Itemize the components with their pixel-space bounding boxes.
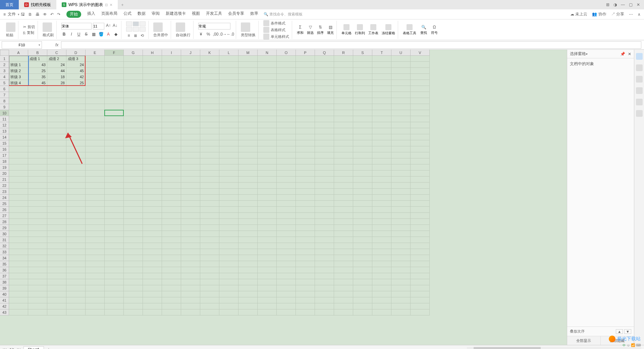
cell-D18[interactable] bbox=[66, 158, 86, 164]
cell-P40[interactable] bbox=[296, 291, 315, 297]
sheet-last-icon[interactable]: ⏭ bbox=[17, 347, 21, 349]
cell-L3[interactable] bbox=[219, 68, 238, 74]
cell-H8[interactable] bbox=[143, 98, 162, 104]
cell-L17[interactable] bbox=[219, 152, 238, 158]
cell-R37[interactable] bbox=[334, 273, 353, 279]
cell-O43[interactable] bbox=[277, 309, 296, 315]
cell-Q23[interactable] bbox=[315, 189, 334, 195]
row-header-6[interactable]: 6 bbox=[0, 86, 9, 92]
cell-Q14[interactable] bbox=[315, 134, 334, 140]
cell-H36[interactable] bbox=[143, 267, 162, 273]
cell-F5[interactable] bbox=[105, 80, 124, 86]
cell-P20[interactable] bbox=[296, 170, 315, 177]
hscroll-thumb[interactable] bbox=[474, 347, 541, 349]
cell-I38[interactable] bbox=[162, 279, 181, 285]
cell-J4[interactable] bbox=[181, 74, 200, 80]
cell-Q43[interactable] bbox=[315, 309, 334, 315]
cell-D27[interactable] bbox=[66, 213, 86, 219]
cell-E36[interactable] bbox=[86, 267, 105, 273]
cell-B2[interactable]: 43 bbox=[28, 62, 47, 68]
save-icon[interactable]: 🖫 bbox=[21, 12, 25, 17]
cell-U3[interactable] bbox=[391, 68, 411, 74]
cell-R42[interactable] bbox=[334, 303, 353, 309]
fill-color-button[interactable]: 🪣 bbox=[98, 32, 104, 37]
number-format-select[interactable] bbox=[198, 23, 230, 30]
cell-Q10[interactable] bbox=[315, 110, 334, 116]
cell-O13[interactable] bbox=[277, 128, 296, 134]
cell-T4[interactable] bbox=[372, 74, 391, 80]
cell-A36[interactable] bbox=[9, 267, 28, 273]
cell-B1[interactable]: 成绩 1 bbox=[28, 56, 47, 62]
cell-I14[interactable] bbox=[162, 134, 181, 140]
cell-G30[interactable] bbox=[124, 231, 143, 237]
cell-H18[interactable] bbox=[143, 158, 162, 164]
cell-D31[interactable] bbox=[66, 237, 86, 243]
cell-I23[interactable] bbox=[162, 189, 181, 195]
cell-Q15[interactable] bbox=[315, 140, 334, 146]
cell-U37[interactable] bbox=[391, 273, 411, 279]
cell-K36[interactable] bbox=[200, 267, 219, 273]
cell-L35[interactable] bbox=[219, 261, 238, 267]
cell-I12[interactable] bbox=[162, 122, 181, 128]
col-header-H[interactable]: H bbox=[143, 50, 162, 56]
cell-S20[interactable] bbox=[353, 170, 372, 177]
fill-icon[interactable]: ▤ bbox=[328, 24, 333, 30]
cell-I35[interactable] bbox=[162, 261, 181, 267]
cell-F4[interactable] bbox=[105, 74, 124, 80]
cell-R13[interactable] bbox=[334, 128, 353, 134]
cell-L1[interactable] bbox=[219, 56, 238, 62]
cell-D16[interactable] bbox=[66, 146, 86, 152]
percent-icon[interactable]: % bbox=[206, 32, 211, 37]
cell-J6[interactable] bbox=[181, 86, 200, 92]
cell-E31[interactable] bbox=[86, 237, 105, 243]
cell-D17[interactable] bbox=[66, 152, 86, 158]
cell-G34[interactable] bbox=[124, 255, 143, 261]
rail-property-icon[interactable] bbox=[636, 76, 643, 83]
row-header-10[interactable]: 10 bbox=[0, 110, 9, 116]
align-mid-left[interactable] bbox=[126, 27, 132, 32]
cell-P23[interactable] bbox=[296, 189, 315, 195]
cell-G26[interactable] bbox=[124, 207, 143, 213]
cell-G35[interactable] bbox=[124, 261, 143, 267]
cell-U28[interactable] bbox=[391, 219, 411, 225]
cell-G21[interactable] bbox=[124, 177, 143, 183]
cell-P28[interactable] bbox=[296, 219, 315, 225]
cell-H40[interactable] bbox=[143, 291, 162, 297]
cell-H29[interactable] bbox=[143, 225, 162, 231]
ribbon-tab-start[interactable]: 开始 bbox=[66, 11, 81, 18]
cell-O18[interactable] bbox=[277, 158, 296, 164]
cell-S8[interactable] bbox=[353, 98, 372, 104]
cell-I9[interactable] bbox=[162, 104, 181, 110]
tab-document[interactable]: S WPS 演示中的图表 ⊡ ✕ bbox=[56, 0, 118, 9]
cell-J27[interactable] bbox=[181, 213, 200, 219]
cell-N6[interactable] bbox=[258, 86, 277, 92]
cell-Q19[interactable] bbox=[315, 164, 334, 170]
cell-M14[interactable] bbox=[238, 134, 258, 140]
cell-A1[interactable] bbox=[9, 56, 28, 62]
cell-H15[interactable] bbox=[143, 140, 162, 146]
cell-I13[interactable] bbox=[162, 128, 181, 134]
row-header-32[interactable]: 32 bbox=[0, 243, 9, 249]
cell-S41[interactable] bbox=[353, 297, 372, 303]
cell-S30[interactable] bbox=[353, 231, 372, 237]
cell-G31[interactable] bbox=[124, 237, 143, 243]
cell-U38[interactable] bbox=[391, 279, 411, 285]
cell-C27[interactable] bbox=[47, 213, 66, 219]
col-header-C[interactable]: C bbox=[47, 50, 66, 56]
cell-O39[interactable] bbox=[277, 285, 296, 291]
cell-G39[interactable] bbox=[124, 285, 143, 291]
cell-U36[interactable] bbox=[391, 267, 411, 273]
sheet-next-icon[interactable]: ▶ bbox=[12, 347, 15, 349]
cell-A17[interactable] bbox=[9, 152, 28, 158]
cell-M20[interactable] bbox=[238, 170, 258, 177]
cell-M8[interactable] bbox=[238, 98, 258, 104]
cell-T1[interactable] bbox=[372, 56, 391, 62]
cell-H28[interactable] bbox=[143, 219, 162, 225]
cell-R3[interactable] bbox=[334, 68, 353, 74]
cell-U33[interactable] bbox=[391, 249, 411, 255]
cell-D3[interactable]: 45 bbox=[66, 68, 86, 74]
cell-J38[interactable] bbox=[181, 279, 200, 285]
cell-F16[interactable] bbox=[105, 146, 124, 152]
col-header-M[interactable]: M bbox=[238, 50, 258, 56]
cell-R36[interactable] bbox=[334, 267, 353, 273]
